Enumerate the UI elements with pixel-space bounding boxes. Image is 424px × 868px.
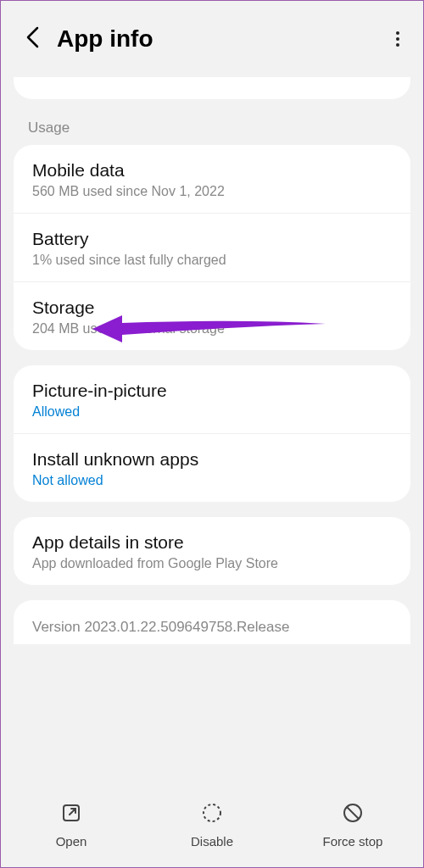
usage-section-label: Usage — [1, 99, 423, 145]
truncated-card-top — [14, 77, 410, 99]
unknown-apps-title: Install unknown apps — [32, 449, 392, 470]
battery-item[interactable]: Battery 1% used since last fully charged — [14, 214, 410, 281]
app-details-title: App details in store — [32, 532, 392, 553]
unknown-apps-item[interactable]: Install unknown apps Not allowed — [14, 434, 410, 502]
open-icon — [60, 802, 82, 827]
details-card: App details in store App downloaded from… — [14, 517, 410, 585]
force-stop-icon — [342, 802, 364, 827]
mobile-data-item[interactable]: Mobile data 560 MB used since Nov 1, 202… — [14, 145, 410, 213]
storage-item[interactable]: Storage 204 MB used in Internal storage — [14, 282, 410, 350]
pip-item[interactable]: Picture-in-picture Allowed — [14, 365, 410, 433]
bottom-bar: Open Disable Force stop — [1, 782, 423, 867]
app-details-sub: App downloaded from Google Play Store — [32, 556, 392, 571]
back-icon[interactable] — [25, 25, 40, 53]
storage-title: Storage — [32, 298, 392, 318]
storage-sub: 204 MB used in Internal storage — [32, 321, 392, 337]
mobile-data-sub: 560 MB used since Nov 1, 2022 — [32, 184, 392, 199]
svg-point-1 — [204, 804, 220, 821]
pip-title: Picture-in-picture — [32, 381, 392, 401]
open-button[interactable]: Open — [29, 802, 114, 849]
more-icon[interactable] — [389, 22, 406, 56]
app-header: App info — [1, 1, 423, 77]
battery-sub: 1% used since last fully charged — [32, 253, 392, 268]
disable-icon — [201, 802, 223, 827]
pip-status: Allowed — [32, 404, 392, 420]
app-details-item[interactable]: App details in store App downloaded from… — [14, 517, 410, 585]
unknown-apps-status: Not allowed — [32, 473, 392, 488]
force-stop-label: Force stop — [323, 834, 383, 849]
open-label: Open — [56, 834, 87, 849]
version-text: Version 2023.01.22.509649758.Release — [32, 619, 392, 636]
version-card: Version 2023.01.22.509649758.Release — [14, 600, 410, 644]
mobile-data-title: Mobile data — [32, 160, 392, 181]
usage-card: Mobile data 560 MB used since Nov 1, 202… — [14, 145, 410, 350]
disable-button[interactable]: Disable — [170, 802, 254, 849]
battery-title: Battery — [32, 229, 392, 249]
page-title: App info — [57, 25, 389, 53]
settings-card: Picture-in-picture Allowed Install unkno… — [14, 365, 410, 502]
force-stop-button[interactable]: Force stop — [310, 802, 395, 849]
disable-label: Disable — [191, 834, 233, 849]
